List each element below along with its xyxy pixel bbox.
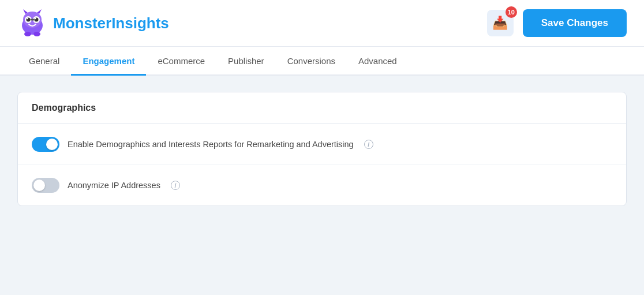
anonymize-ip-toggle[interactable] [32, 178, 59, 193]
svg-point-11 [24, 32, 31, 36]
svg-point-9 [27, 18, 28, 19]
logo-text: MonsterInsights [53, 14, 169, 32]
tab-advanced[interactable]: Advanced [347, 47, 409, 76]
demographics-toggle[interactable] [32, 137, 59, 152]
svg-point-10 [35, 18, 36, 19]
svg-rect-8 [31, 19, 35, 21]
save-changes-button[interactable]: Save Changes [523, 9, 627, 37]
logo-text-blue: Insights [111, 14, 169, 32]
anonymize-ip-toggle-info-icon[interactable]: i [171, 181, 180, 190]
notification-button[interactable]: 📥 10 [487, 10, 514, 36]
logo-text-black: Monster [53, 14, 111, 32]
tab-publisher[interactable]: Publisher [216, 47, 276, 76]
tabs-bar: GeneralEngagementeCommercePublisherConve… [0, 47, 644, 76]
tab-general[interactable]: General [17, 47, 71, 76]
section-title: Demographics [32, 103, 96, 113]
monster-logo-icon [17, 8, 47, 38]
notification-icon: 📥 [492, 16, 508, 31]
demographics-toggle-label: Enable Demographics and Interests Report… [68, 140, 354, 149]
tab-engagement[interactable]: Engagement [71, 47, 146, 76]
tab-ecommerce[interactable]: eCommerce [146, 47, 216, 76]
demographics-card: Demographics Enable Demographics and Int… [17, 92, 627, 206]
tab-conversions[interactable]: Conversions [276, 47, 347, 76]
svg-point-12 [33, 32, 40, 36]
card-row-demographics-toggle: Enable Demographics and Interests Report… [18, 124, 626, 165]
main-content: Demographics Enable Demographics and Int… [0, 76, 644, 222]
card-section-header: Demographics [18, 92, 626, 124]
header: MonsterInsights 📥 10 Save Changes [0, 0, 644, 47]
demographics-toggle-info-icon[interactable]: i [364, 140, 373, 149]
card-row-anonymize-ip-toggle: Anonymize IP Addressesi [18, 165, 626, 206]
anonymize-ip-toggle-label: Anonymize IP Addresses [68, 181, 160, 190]
header-right: 📥 10 Save Changes [487, 9, 627, 37]
notification-badge: 10 [506, 6, 517, 18]
logo-area: MonsterInsights [17, 8, 169, 38]
